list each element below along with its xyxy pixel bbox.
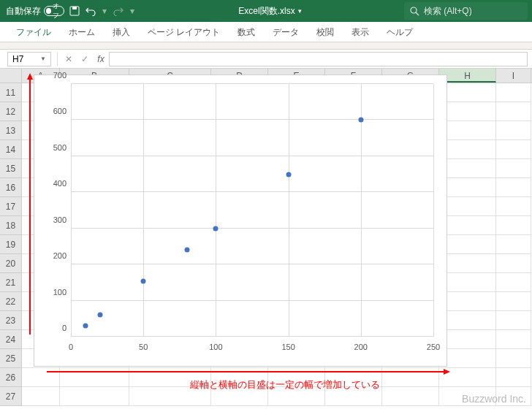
cell[interactable] [496,368,531,387]
cell[interactable] [496,102,531,121]
x-tick: 250 [427,343,440,351]
row-header[interactable]: 20 [0,254,22,273]
row-header[interactable]: 11 [0,83,22,102]
watermark: Buzzword Inc. [462,393,526,405]
cell[interactable] [439,330,496,349]
column-header-I[interactable]: I [496,69,531,83]
row-header[interactable]: 25 [0,349,22,368]
cell[interactable] [439,197,496,216]
row-header[interactable]: 15 [0,159,22,178]
tab-pagelayout[interactable]: ページ レイアウト [139,22,229,42]
tab-help[interactable]: ヘルプ [378,22,422,42]
svg-point-2 [411,7,417,13]
cell[interactable] [496,121,531,140]
vertical-axis-arrow [29,79,31,335]
cell[interactable] [439,292,496,311]
cell[interactable] [496,216,531,235]
select-all-corner[interactable] [0,69,22,83]
cell[interactable] [496,330,531,349]
tab-review[interactable]: 校閲 [308,22,343,42]
cell[interactable] [439,121,496,140]
row-header[interactable]: 13 [0,121,22,140]
row-header[interactable]: 14 [0,140,22,159]
chart-plot-area: 0100200300400500600700050100150200250 [71,84,433,337]
cell[interactable] [496,140,531,159]
tab-file[interactable]: ファイル [7,22,60,42]
data-point[interactable] [141,279,146,284]
cell[interactable] [496,178,531,197]
spreadsheet-grid[interactable]: ABCDEFGHI 111213141516171819202122232425… [0,69,532,406]
row-header[interactable]: 24 [0,330,22,349]
data-point[interactable] [97,313,102,318]
row-header[interactable]: 16 [0,178,22,197]
cell[interactable] [496,235,531,254]
x-tick: 0 [69,343,73,351]
search-icon [410,7,419,16]
row-header[interactable]: 27 [0,387,22,406]
tab-home[interactable]: ホーム [60,22,104,42]
ribbon-body [0,42,532,50]
save-icon[interactable] [69,5,80,17]
chevron-down-icon[interactable]: ▼ [40,56,46,62]
cell[interactable] [439,273,496,292]
cell[interactable] [496,273,531,292]
name-box[interactable]: H7 ▼ [7,52,51,66]
data-point[interactable] [184,248,189,253]
cell[interactable] [496,83,531,102]
row-header[interactable]: 17 [0,197,22,216]
autosave-toggle[interactable]: 自動保存 オフ [6,5,64,18]
cell[interactable] [439,216,496,235]
cell[interactable] [439,102,496,121]
chart[interactable]: 0100200300400500600700050100150200250 [34,74,447,367]
cell[interactable] [439,311,496,330]
document-title: Excel関数.xlsx [238,5,294,18]
x-tick: 200 [354,343,368,351]
x-tick: 150 [281,343,294,351]
row-header[interactable]: 21 [0,273,22,292]
column-header-H[interactable]: H [439,69,496,83]
row-header[interactable]: 12 [0,102,22,121]
enter-icon[interactable]: ✓ [77,54,93,64]
cell[interactable] [439,159,496,178]
data-point[interactable] [213,226,218,231]
cancel-icon[interactable]: ✕ [61,54,77,64]
tab-data[interactable]: データ [264,22,308,42]
toggle-switch[interactable]: オフ [44,6,64,16]
cell[interactable] [496,311,531,330]
svg-rect-1 [72,7,77,9]
horizontal-axis-arrow [47,371,444,372]
row-header[interactable]: 22 [0,292,22,311]
row-header[interactable]: 19 [0,235,22,254]
cell[interactable] [496,159,531,178]
cell[interactable] [496,254,531,273]
cell[interactable] [496,292,531,311]
data-point[interactable] [358,118,363,123]
row-header[interactable]: 26 [0,368,22,387]
y-tick: 200 [46,251,66,260]
formula-input[interactable] [109,52,528,66]
dropdown-icon[interactable]: ▾ [298,7,302,15]
search-input[interactable]: 検索 (Alt+Q) [404,2,528,20]
cell[interactable] [22,387,60,406]
cell[interactable] [60,387,129,406]
row-header[interactable]: 18 [0,216,22,235]
cell[interactable] [439,83,496,102]
data-point[interactable] [83,324,88,329]
tab-view[interactable]: 表示 [343,22,378,42]
y-tick: 100 [46,288,66,297]
tab-formulas[interactable]: 数式 [229,22,264,42]
cell[interactable] [496,349,531,368]
cell[interactable] [496,197,531,216]
cell[interactable] [439,140,496,159]
tab-insert[interactable]: 挿入 [104,22,139,42]
cell[interactable] [439,349,496,368]
cell[interactable] [439,235,496,254]
cell[interactable] [382,387,439,406]
cell[interactable] [439,254,496,273]
fx-icon[interactable]: fx [93,54,109,64]
cell[interactable] [439,178,496,197]
data-point[interactable] [286,172,291,177]
x-tick: 50 [139,343,148,351]
undo-icon[interactable] [85,5,96,17]
row-header[interactable]: 23 [0,311,22,330]
